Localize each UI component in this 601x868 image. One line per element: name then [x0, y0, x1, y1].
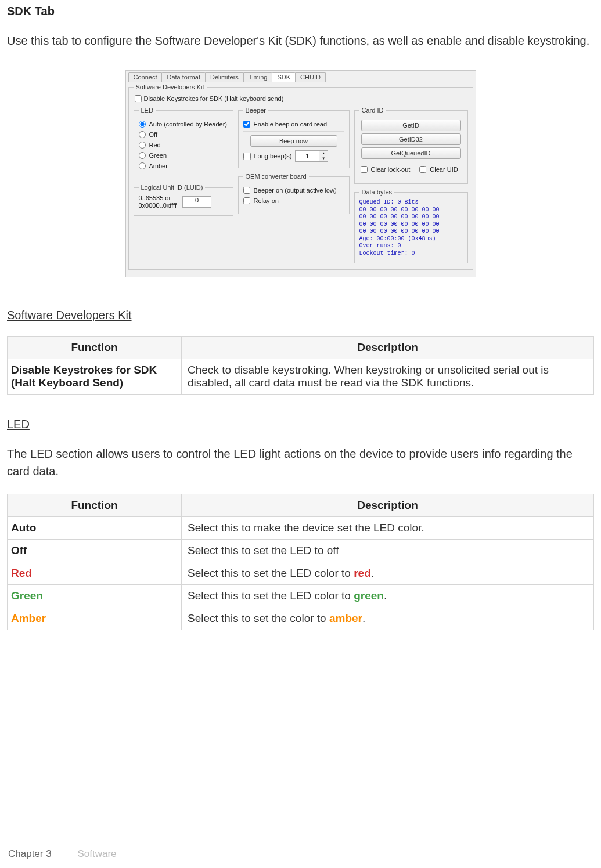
clear-uid-label: Clear UID — [430, 166, 458, 173]
led-radio-auto[interactable] — [139, 121, 146, 128]
tab-bar: Connect Data format Delimiters Timing SD… — [128, 72, 473, 82]
page-footer: Chapter 3 Software — [8, 848, 117, 860]
led-row-off: Off — [8, 540, 182, 562]
sdk-row-function: Disable Keystrokes for SDK (Halt Keyboar… — [8, 359, 182, 395]
data-bytes-panel-legend: Data bytes — [359, 189, 395, 196]
long-beep-label: Long beep(s) — [254, 153, 292, 160]
tab-timing[interactable]: Timing — [243, 72, 273, 82]
led-table-header-function: Function — [8, 494, 182, 517]
led-row-red-suffix: . — [371, 567, 374, 579]
oem-beeper-on-checkbox[interactable] — [243, 187, 250, 194]
led-radio-green-label: Green — [149, 152, 167, 159]
long-beep-checkbox[interactable] — [243, 153, 251, 160]
oem-panel-legend: OEM converter board — [243, 173, 309, 180]
led-radio-off-label: Off — [149, 131, 157, 138]
beeper-panel-legend: Beeper — [243, 107, 268, 114]
page-title: SDK Tab — [7, 5, 594, 18]
data-bytes-content: Queued ID: 0 Bits 00 00 00 00 00 00 00 0… — [359, 199, 463, 257]
beep-now-button[interactable]: Beep now — [250, 135, 337, 147]
oem-beeper-on-label: Beeper on (output active low) — [254, 187, 337, 194]
long-beep-value: 1 — [296, 153, 319, 160]
led-row-auto: Auto — [8, 517, 182, 540]
led-panel: LED Auto (controlled by Reader) Off Red … — [134, 107, 233, 179]
luid-panel-legend: Logical Unit ID (LUID) — [139, 184, 206, 191]
beeper-divider — [243, 131, 344, 132]
sdk-fieldset: Software Developers Kit Disable Keystrok… — [128, 84, 473, 270]
table-row: Disable Keystrokes for SDK (Halt Keyboar… — [8, 359, 594, 395]
enable-beep-label: Enable beep on card read — [254, 121, 328, 128]
led-row-red-desc: Select this to set the LED color to red. — [182, 562, 594, 585]
led-radio-green[interactable] — [139, 152, 146, 159]
table-row: Amber Select this to set the color to am… — [8, 607, 594, 630]
luid-range-label: 0..65535 or 0x0000..0xffff — [139, 194, 177, 209]
beeper-panel: Beeper Enable beep on card read Beep now… — [238, 107, 350, 168]
led-row-green-suffix: . — [384, 589, 387, 602]
led-radio-red-label: Red — [149, 142, 161, 149]
disable-keystrokes-label: Disable Keystrokes for SDK (Halt keyboar… — [144, 95, 284, 102]
led-intro-paragraph: The LED section allows users to control … — [7, 445, 594, 480]
led-row-green-desc: Select this to set the LED color to gree… — [182, 585, 594, 607]
table-row: Off Select this to set the LED to off — [8, 540, 594, 562]
sdk-table-header-function: Function — [8, 337, 182, 359]
tab-delimiters[interactable]: Delimiters — [205, 72, 244, 82]
clear-lockout-label: Clear lock-out — [371, 166, 411, 173]
led-row-off-desc: Select this to set the LED to off — [182, 540, 594, 562]
led-row-auto-desc: Select this to make the device set the L… — [182, 517, 594, 540]
disable-keystrokes-checkbox[interactable] — [135, 95, 142, 102]
tab-connect[interactable]: Connect — [128, 72, 163, 82]
tab-chuid[interactable]: CHUID — [295, 72, 326, 82]
table-row: Green Select this to set the LED color t… — [8, 585, 594, 607]
sdk-fieldset-legend: Software Developers Kit — [134, 84, 207, 91]
led-row-red: Red — [8, 562, 182, 585]
led-radio-amber-label: Amber — [149, 162, 168, 169]
oem-relay-on-label: Relay on — [254, 197, 279, 204]
led-row-red-color: red — [354, 567, 371, 579]
led-radio-off[interactable] — [139, 131, 146, 138]
oem-panel: OEM converter board Beeper on (output ac… — [238, 173, 350, 214]
enable-beep-checkbox[interactable] — [243, 121, 250, 128]
led-row-amber-desc: Select this to set the color to amber. — [182, 607, 594, 630]
dialog-window: Connect Data format Delimiters Timing SD… — [125, 70, 476, 277]
led-row-amber-prefix: Select this to set the color to — [188, 612, 329, 624]
led-row-amber-suffix: . — [362, 612, 365, 624]
card-id-panel-legend: Card ID — [359, 107, 386, 114]
footer-section: Software — [77, 848, 116, 859]
clear-lockout-checkbox[interactable] — [361, 166, 368, 173]
getid-button[interactable]: GetID — [361, 120, 461, 131]
clear-uid-checkbox[interactable] — [419, 166, 426, 173]
led-row-amber-color: amber — [329, 612, 362, 624]
data-bytes-panel: Data bytes Queued ID: 0 Bits 00 00 00 00… — [354, 189, 468, 263]
tab-sdk[interactable]: SDK — [272, 72, 296, 82]
luid-input[interactable]: 0 — [182, 196, 211, 208]
getid32-button[interactable]: GetID32 — [361, 133, 461, 145]
table-row: Auto Select this to make the device set … — [8, 517, 594, 540]
sdk-row-description: Check to disable keystroking. When keyst… — [182, 359, 594, 395]
tab-data-format[interactable]: Data format — [161, 72, 205, 82]
sdk-table-header-description: Description — [182, 337, 594, 359]
led-table: Function Description Auto Select this to… — [7, 494, 594, 630]
led-radio-auto-label: Auto (controlled by Reader) — [149, 121, 228, 128]
long-beep-stepper[interactable]: 1 ▲ ▼ — [295, 150, 328, 162]
oem-relay-on-checkbox[interactable] — [243, 197, 250, 204]
led-row-green-color: green — [354, 589, 384, 602]
section-heading-led: LED — [7, 418, 594, 431]
led-row-red-prefix: Select this to set the LED color to — [188, 567, 354, 579]
screenshot-figure: Connect Data format Delimiters Timing SD… — [7, 70, 594, 277]
led-row-green-prefix: Select this to set the LED color to — [188, 589, 354, 602]
chevron-up-icon[interactable]: ▲ — [319, 151, 328, 156]
card-id-panel: Card ID GetID GetID32 GetQueuedID Clear … — [354, 107, 468, 184]
led-row-amber: Amber — [8, 607, 182, 630]
table-row: Red Select this to set the LED color to … — [8, 562, 594, 585]
luid-panel: Logical Unit ID (LUID) 0..65535 or 0x000… — [134, 184, 233, 216]
section-heading-sdk: Software Developers Kit — [7, 309, 594, 322]
getqueuedid-button[interactable]: GetQueuedID — [361, 147, 461, 159]
chevron-down-icon[interactable]: ▼ — [319, 156, 328, 161]
led-radio-amber[interactable] — [139, 162, 146, 169]
footer-chapter: Chapter 3 — [8, 848, 52, 859]
led-radio-red[interactable] — [139, 142, 146, 149]
led-panel-legend: LED — [139, 107, 156, 114]
sdk-table: Function Description Disable Keystrokes … — [7, 336, 594, 395]
led-table-header-description: Description — [182, 494, 594, 517]
intro-paragraph: Use this tab to configure the Software D… — [7, 32, 594, 49]
led-row-green: Green — [8, 585, 182, 607]
